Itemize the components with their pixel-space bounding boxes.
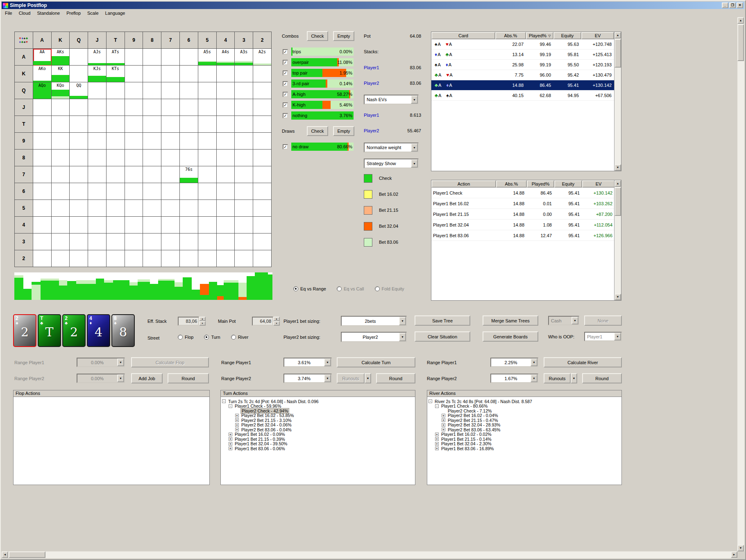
matrix-cell-44[interactable] (217, 217, 235, 234)
column-header-played[interactable]: Played%▽ (526, 32, 553, 39)
nash-evs-dropdown[interactable]: Nash EVs ▼ (364, 95, 419, 104)
table-row[interactable]: ♣A♦A14.8886.4595.41+130.142 (431, 80, 614, 91)
scroll-thumb[interactable] (614, 187, 621, 216)
tree-expander[interactable]: + (229, 447, 232, 450)
matrix-cell-6J[interactable] (88, 183, 107, 200)
matrix-cell-Q7[interactable] (161, 82, 180, 99)
chevron-down-icon[interactable]: ▼ (117, 358, 124, 366)
matrix-cell-55[interactable] (198, 200, 217, 217)
tree-expander[interactable]: + (442, 418, 445, 422)
matrix-cell-9J[interactable] (88, 133, 107, 150)
combo-bar[interactable]: nothing3.76% (291, 111, 354, 120)
matrix-cell-96[interactable] (180, 133, 198, 150)
matrix-cell-J4[interactable] (217, 99, 235, 116)
table-row[interactable]: Player1 Bet 21.1514.880.0095.41+87.200 (431, 209, 614, 220)
matrix-cell-46[interactable] (180, 217, 198, 234)
matrix-cell-76s[interactable]: 76s (180, 166, 198, 183)
merge-same-trees-button[interactable]: Merge Same Trees (483, 315, 538, 326)
card-table-scrollbar[interactable]: ▲ ▼ (614, 32, 621, 171)
menu-item-language[interactable]: Language (102, 10, 129, 16)
table-row[interactable]: ♦A♣A13.1499.1995.81+125.413 (431, 50, 614, 60)
matrix-cell-86[interactable] (180, 150, 198, 166)
radio-fold-equity[interactable]: Fold Equity (375, 286, 404, 291)
tree-item[interactable]: +Player1 Bet 83.06 - 16.89% (427, 446, 621, 451)
main-pot-spinner[interactable]: 64,08 ▲ ▼ (252, 317, 280, 326)
street-radio-river[interactable]: River (231, 335, 249, 340)
scroll-down-icon[interactable]: ▼ (614, 294, 621, 300)
combo-checkbox[interactable]: ✓ (283, 92, 288, 97)
matrix-cell-QJ[interactable] (88, 82, 107, 99)
matrix-cell-64[interactable] (217, 183, 235, 200)
board-card-4-diamond[interactable]: 4♦4 (87, 314, 110, 347)
tree-item[interactable]: +Player2 Bet 83.06 - 0.04% (221, 427, 415, 432)
chevron-down-icon[interactable]: ▼ (411, 143, 418, 152)
p1-sizing-dropdown[interactable]: 2bets ▼ (341, 316, 407, 326)
matrix-cell-53[interactable] (235, 200, 253, 217)
matrix-cell-79[interactable] (125, 166, 143, 183)
matrix-cell-6A[interactable] (33, 183, 52, 200)
chevron-down-icon[interactable]: ▼ (324, 374, 331, 382)
matrix-cell-4A[interactable] (33, 217, 52, 234)
matrix-cell-73[interactable] (235, 166, 253, 183)
window-horizontal-scrollbar[interactable]: ◄ ► (2, 551, 737, 558)
matrix-cell-97[interactable] (161, 133, 180, 150)
matrix-cell-A2s[interactable]: A2s (253, 49, 272, 66)
p2-sizing-dropdown[interactable]: Player2 ▼ (341, 332, 407, 342)
flop-range-p2-dropdown[interactable]: 0.00% ▼ (77, 374, 125, 383)
menu-item-preflop[interactable]: Preflop (63, 10, 84, 16)
matrix-cell-J3[interactable] (235, 99, 253, 116)
window-close-button[interactable]: ✕ (737, 2, 743, 8)
flop-range-p1-dropdown[interactable]: 0.00% ▼ (77, 358, 125, 367)
matrix-cell-K3[interactable] (235, 66, 253, 82)
spin-up-icon[interactable]: ▲ (199, 317, 206, 321)
tree-expander[interactable]: - (429, 399, 432, 403)
matrix-cell-99[interactable] (125, 133, 143, 150)
chevron-down-icon[interactable]: ▼ (324, 358, 331, 366)
draw-checkbox[interactable]: ✓ (283, 144, 288, 150)
matrix-cell-Q6[interactable] (180, 82, 198, 99)
matrix-cell-5T[interactable] (107, 200, 125, 217)
tree-item[interactable]: +Player1 Bet 83.06 - 0.06% (221, 446, 415, 451)
tree-item[interactable]: +Player1 Bet 32.04 - 39.50% (221, 442, 415, 447)
matrix-cell-ATs[interactable]: ATs (107, 49, 125, 66)
window-maximize-button[interactable]: ❐ (729, 2, 736, 8)
chevron-down-icon[interactable]: ▼ (117, 374, 124, 382)
matrix-cell-78[interactable] (143, 166, 161, 183)
matrix-cell-7K[interactable] (52, 166, 70, 183)
matrix-cell-35[interactable] (198, 234, 217, 250)
matrix-cell-2A[interactable] (33, 250, 52, 267)
tree-expander[interactable]: - (435, 404, 439, 408)
matrix-cell-34[interactable] (217, 234, 235, 250)
matrix-cell-5A[interactable] (33, 200, 52, 217)
matrix-cell-28[interactable] (143, 250, 161, 267)
matrix-cell-29[interactable] (125, 250, 143, 267)
matrix-cell-93[interactable] (235, 133, 253, 150)
matrix-cell-Q8[interactable] (143, 82, 161, 99)
street-radio-flop[interactable]: Flop (178, 335, 193, 340)
matrix-cell-45[interactable] (198, 217, 217, 234)
matrix-cell-84[interactable] (217, 150, 235, 166)
matrix-cell-AA[interactable]: AA (33, 49, 52, 66)
spin-up-icon[interactable]: ▲ (273, 317, 280, 321)
chevron-down-icon[interactable]: ▼ (399, 317, 406, 325)
table-row[interactable]: Player1 Bet 83.0614.8812.4795.41+126.966 (431, 230, 614, 241)
who-is-oop-dropdown[interactable]: Player1 ▼ (584, 332, 622, 341)
matrix-cell-4J[interactable] (88, 217, 107, 234)
player1-link[interactable]: Player1 (364, 65, 379, 70)
matrix-cell-88[interactable] (143, 150, 161, 166)
matrix-cell-3A[interactable] (33, 234, 52, 250)
tree-item[interactable]: -Player1 Check - 80.66% (427, 404, 621, 409)
matrix-cell-54[interactable] (217, 200, 235, 217)
flop-round-button[interactable]: Round (168, 373, 209, 383)
eff-stack-value[interactable]: 83,06 (178, 317, 199, 326)
combo-checkbox[interactable]: ✓ (283, 102, 288, 108)
table-row[interactable]: ♠A♦A25.9899.1995.50+120.193 (431, 60, 614, 70)
menu-item-cloud[interactable]: Cloud (16, 10, 34, 16)
matrix-cell-69[interactable] (125, 183, 143, 200)
scroll-down-icon[interactable]: ▼ (737, 545, 744, 551)
matrix-cell-KK[interactable]: KK (52, 66, 70, 82)
matrix-cell-T7[interactable] (161, 116, 180, 133)
tree-expander[interactable]: + (235, 423, 239, 427)
table-row[interactable]: Player1 Check14.8886.4595.41+130.142 (431, 188, 614, 198)
tree-expander[interactable]: + (442, 423, 445, 427)
